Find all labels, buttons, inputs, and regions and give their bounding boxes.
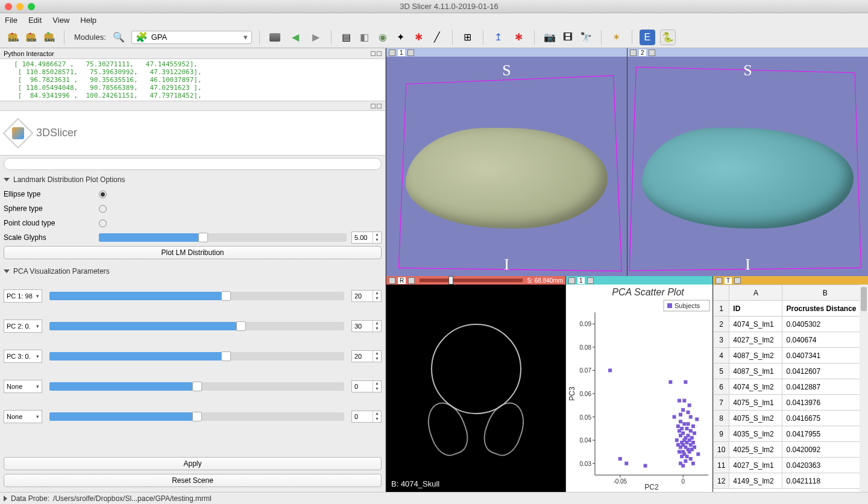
pc-spinbox[interactable]: ▲▼ — [351, 320, 382, 332]
table-row[interactable]: 44087_S_lm20.0407341 — [714, 348, 868, 364]
row-number[interactable]: 11 — [714, 458, 729, 473]
nav-back-icon[interactable]: ◀ — [288, 30, 303, 45]
extension-manager-icon[interactable]: E — [640, 30, 655, 45]
center-view-icon[interactable]: ✶ — [609, 30, 624, 45]
pc-value[interactable] — [352, 411, 373, 422]
pc-combo[interactable]: PC 3: 0.▾ — [4, 350, 42, 363]
slice-offset-slider[interactable] — [420, 279, 522, 282]
table-view[interactable]: T A B 1 ID Procrustes Distance — [712, 276, 868, 492]
load-data-icon[interactable]: DATA — [5, 30, 20, 45]
row-number[interactable]: 2 — [714, 317, 729, 332]
pc-combo[interactable]: None▾ — [4, 380, 42, 393]
row-number[interactable]: 5 — [714, 364, 729, 379]
python-interactor-output[interactable]: [ 104.4986627 , 75.30271111, 47.14455952… — [0, 59, 385, 101]
maximize-window-button[interactable] — [28, 3, 35, 10]
row-number[interactable]: 12 — [714, 473, 729, 489]
table-row[interactable]: 104025_S_lm20.0420092 — [714, 442, 868, 458]
annotations-icon[interactable]: ✦ — [393, 30, 409, 45]
row-number[interactable]: 7 — [714, 395, 729, 411]
cell-id[interactable]: 4075_S_lm1 — [729, 395, 782, 411]
pc-spinbox[interactable]: ▲▼ — [351, 350, 382, 362]
cell-id[interactable]: 4074_S_lm2 — [729, 379, 782, 395]
view-controls-icon[interactable] — [649, 49, 655, 56]
table-scrollbar[interactable] — [860, 285, 868, 492]
scale-glyphs-spinbox[interactable]: ▲▼ — [351, 232, 382, 244]
header-id[interactable]: ID — [729, 301, 782, 317]
place-mode-icon[interactable]: ✱ — [511, 30, 527, 45]
models-icon[interactable]: ◉ — [375, 30, 391, 45]
header-dist[interactable]: Procrustes Distance — [782, 301, 868, 317]
plot-lm-distribution-button[interactable]: Plot LM Distribution — [4, 246, 382, 259]
minimize-window-button[interactable] — [16, 3, 24, 10]
row-number[interactable]: 1 — [714, 301, 729, 317]
3d-view-2[interactable]: 2 S I — [627, 48, 868, 276]
cell-dist[interactable]: 0.0417955 — [782, 426, 868, 442]
table-row[interactable]: 94035_S_lm20.0417955 — [714, 426, 868, 442]
col-header-A[interactable]: A — [729, 285, 782, 301]
menu-file[interactable]: File — [5, 16, 17, 25]
close-window-button[interactable] — [5, 3, 12, 10]
cell-dist[interactable]: 0.0420363 — [782, 458, 868, 473]
table-row[interactable]: 74075_S_lm10.0413976 — [714, 395, 868, 411]
cell-id[interactable]: 4087_S_lm1 — [729, 364, 782, 379]
menu-view[interactable]: View — [52, 16, 69, 25]
row-number[interactable]: 4 — [714, 348, 729, 364]
cell-id[interactable]: 4027_S_lm1 — [729, 458, 782, 473]
cell-dist[interactable]: 0.040674 — [782, 332, 868, 348]
row-number[interactable]: 10 — [714, 442, 729, 458]
plot-view[interactable]: 1 PCA Scatter PlotSubjects0.030.040.050.… — [565, 276, 712, 492]
pc-slider[interactable] — [49, 352, 344, 361]
pc-spinbox[interactable]: ▲▼ — [351, 290, 382, 302]
sphere-radio[interactable] — [99, 205, 107, 213]
table-row[interactable]: 124149_S_lm20.0421118 — [714, 473, 868, 489]
section-landmark-options[interactable]: Landmark Distribution Plot Options — [4, 174, 382, 186]
col-header-B[interactable]: B — [782, 285, 868, 301]
table-row[interactable]: 64074_S_lm20.0412887 — [714, 379, 868, 395]
pc-value[interactable] — [352, 321, 373, 332]
mouse-mode-icon[interactable]: ↥ — [491, 30, 506, 45]
pc-slider[interactable] — [49, 292, 344, 300]
view-controls-icon[interactable] — [407, 49, 414, 56]
cell-id[interactable]: 4075_S_lm2 — [729, 411, 782, 426]
pin-icon[interactable] — [389, 277, 395, 284]
cell-dist[interactable]: 0.0420092 — [782, 442, 868, 458]
row-number[interactable]: 6 — [714, 379, 729, 395]
reset-scene-button[interactable]: Reset Scene — [4, 474, 382, 487]
cell-dist[interactable]: 0.0416675 — [782, 411, 868, 426]
python-console-icon[interactable]: 🐍 — [660, 30, 676, 45]
screen-capture-icon[interactable]: 🔭 — [578, 30, 594, 45]
pc-spinbox[interactable]: ▲▼ — [351, 380, 382, 392]
section-pca-params[interactable]: PCA Visualization Parameters — [4, 265, 382, 277]
search-module-icon[interactable]: 🔍 — [111, 30, 127, 45]
module-history-icon[interactable] — [267, 30, 283, 45]
pc-combo[interactable]: PC 1: 98▾ — [4, 289, 42, 303]
pc-combo[interactable]: None▾ — [4, 410, 42, 423]
ellipse-radio[interactable] — [99, 191, 107, 198]
collapsed-section[interactable] — [4, 158, 382, 170]
cell-id[interactable]: 4035_S_lm2 — [729, 426, 782, 442]
table-row[interactable]: 34027_S_lm20.040674 — [714, 332, 868, 348]
cell-id[interactable]: 4149_S_lm2 — [729, 473, 782, 489]
cell-dist[interactable]: 0.0421118 — [782, 473, 868, 489]
cell-id[interactable]: 4025_S_lm2 — [729, 442, 782, 458]
pc-spinbox[interactable]: ▲▼ — [351, 411, 382, 423]
load-dicom-icon[interactable]: DCM — [23, 30, 39, 45]
cell-dist[interactable]: 0.0413976 — [782, 395, 868, 411]
pc-combo[interactable]: PC 2: 0.▾ — [4, 320, 42, 333]
module-selector[interactable]: 🧩 GPA ▾ — [131, 31, 252, 44]
cell-dist[interactable]: 0.0412607 — [782, 364, 868, 379]
scale-glyphs-value[interactable] — [352, 232, 373, 243]
screenshot-icon[interactable]: 📷 — [542, 30, 558, 45]
pc-slider[interactable] — [49, 322, 344, 330]
cell-dist[interactable]: 0.0412887 — [782, 379, 868, 395]
volume-render-icon[interactable]: ◧ — [357, 30, 373, 45]
dock-undock-icon[interactable] — [371, 51, 376, 56]
row-number[interactable]: 9 — [714, 426, 729, 442]
apply-button[interactable]: Apply — [4, 457, 382, 470]
ruler-icon[interactable]: ╱ — [429, 30, 445, 45]
pin-icon[interactable] — [568, 277, 575, 284]
table-row[interactable]: 24074_S_lm10.0405302 — [714, 317, 868, 332]
table-row[interactable]: 54087_S_lm10.0412607 — [714, 364, 868, 379]
pin-icon[interactable] — [630, 49, 637, 56]
pc-value[interactable] — [352, 381, 373, 392]
